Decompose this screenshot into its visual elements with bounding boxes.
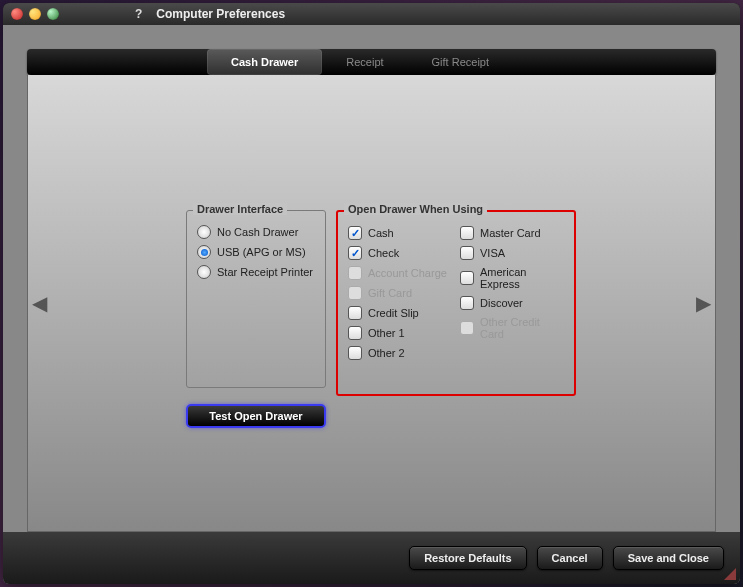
tab-bar: Cash Drawer Receipt Gift Receipt [27, 49, 716, 75]
open-drawer-when-legend: Open Drawer When Using [344, 203, 487, 215]
checkbox-visa[interactable]: VISA [460, 246, 564, 260]
checkbox-icon [348, 246, 362, 260]
radio-label: Star Receipt Printer [217, 266, 313, 278]
checkbox-icon [348, 266, 362, 280]
checkbox-label: Other Credit Card [480, 316, 564, 340]
radio-icon [197, 265, 211, 279]
checkbox-icon [460, 246, 474, 260]
checkbox-label: Discover [480, 297, 523, 309]
checkbox-label: Credit Slip [368, 307, 419, 319]
window-title: Computer Preferences [156, 7, 285, 21]
radio-usb[interactable]: USB (APG or MS) [197, 245, 315, 259]
close-icon[interactable] [11, 8, 23, 20]
checkbox-account-charge: Account Charge [348, 266, 452, 280]
checkbox-other-credit-card: Other Credit Card [460, 316, 564, 340]
checkbox-icon [460, 226, 474, 240]
radio-icon [197, 245, 211, 259]
checkbox-discover[interactable]: Discover [460, 296, 564, 310]
checkbox-icon [348, 226, 362, 240]
checkbox-credit-slip[interactable]: Credit Slip [348, 306, 452, 320]
radio-label: USB (APG or MS) [217, 246, 306, 258]
checkbox-label: Gift Card [368, 287, 412, 299]
checkbox-cash[interactable]: Cash [348, 226, 452, 240]
checkbox-icon [348, 306, 362, 320]
cancel-button[interactable]: Cancel [537, 546, 603, 570]
tab-receipt[interactable]: Receipt [322, 49, 407, 75]
traffic-lights [11, 8, 59, 20]
test-open-drawer-button[interactable]: Test Open Drawer [186, 404, 326, 428]
minimize-icon[interactable] [29, 8, 41, 20]
zoom-icon[interactable] [47, 8, 59, 20]
checkbox-label: Account Charge [368, 267, 447, 279]
prev-page-icon[interactable]: ◀ [32, 291, 47, 315]
tab-cash-drawer[interactable]: Cash Drawer [207, 49, 322, 75]
radio-star-printer[interactable]: Star Receipt Printer [197, 265, 315, 279]
checkbox-label: Other 2 [368, 347, 405, 359]
checkbox-other1[interactable]: Other 1 [348, 326, 452, 340]
preferences-window: ? Computer Preferences Cash Drawer Recei… [3, 3, 740, 584]
radio-no-cash-drawer[interactable]: No Cash Drawer [197, 225, 315, 239]
checkbox-icon [348, 326, 362, 340]
checkbox-icon [460, 271, 474, 285]
tab-gift-receipt[interactable]: Gift Receipt [408, 49, 513, 75]
titlebar: ? Computer Preferences [3, 3, 740, 25]
checkbox-check[interactable]: Check [348, 246, 452, 260]
radio-icon [197, 225, 211, 239]
save-and-close-button[interactable]: Save and Close [613, 546, 724, 570]
next-page-icon[interactable]: ▶ [696, 291, 711, 315]
checkbox-other2[interactable]: Other 2 [348, 346, 452, 360]
open-drawer-when-group: Open Drawer When Using Cash Check [336, 210, 576, 396]
footer-bar: Restore Defaults Cancel Save and Close [3, 532, 740, 584]
checkbox-amex[interactable]: American Express [460, 266, 564, 290]
checkbox-gift-card: Gift Card [348, 286, 452, 300]
checkbox-icon [348, 286, 362, 300]
checkbox-icon [460, 321, 474, 335]
checkbox-label: Other 1 [368, 327, 405, 339]
checkbox-label: Cash [368, 227, 394, 239]
content-area: Cash Drawer Receipt Gift Receipt ◀ ▶ Dra… [3, 25, 740, 584]
restore-defaults-button[interactable]: Restore Defaults [409, 546, 526, 570]
radio-label: No Cash Drawer [217, 226, 298, 238]
drawer-interface-group: Drawer Interface No Cash Drawer USB (APG… [186, 210, 326, 388]
checkbox-icon [460, 296, 474, 310]
help-icon[interactable]: ? [135, 7, 142, 21]
settings-panel: ◀ ▶ Drawer Interface No Cash Drawer USB … [27, 75, 716, 532]
drawer-interface-legend: Drawer Interface [193, 203, 287, 215]
checkbox-label: VISA [480, 247, 505, 259]
checkbox-label: American Express [480, 266, 564, 290]
checkbox-label: Master Card [480, 227, 541, 239]
checkbox-label: Check [368, 247, 399, 259]
checkbox-mastercard[interactable]: Master Card [460, 226, 564, 240]
checkbox-icon [348, 346, 362, 360]
